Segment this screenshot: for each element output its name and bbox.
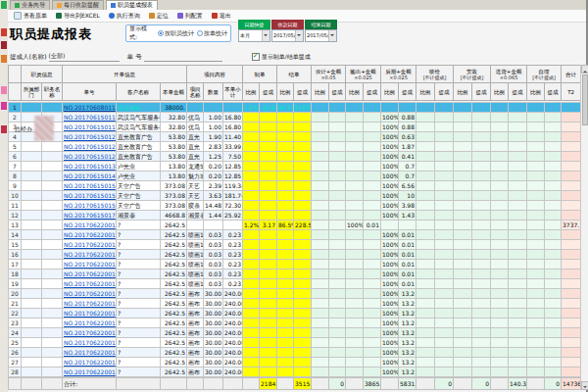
table-row[interactable]: 15NO.20170622001?2642.5喷画10.030.23100%0.… — [9, 240, 581, 250]
table-row[interactable]: 24NO.20170622001?2642.5画布30.00240.00100%… — [9, 328, 581, 338]
order-number-link[interactable]: NO.20170615011 — [63, 122, 117, 132]
tab-staff-commission-report[interactable]: 职员提成报表 — [106, 0, 158, 10]
table-row[interactable]: 6NO.20170615012直光教育广告53.80直光1.257.50100%… — [9, 152, 581, 162]
column-header-6[interactable]: 数量 — [204, 83, 223, 101]
tab-business-guide[interactable]: 业务向导 — [10, 0, 50, 10]
locate-button[interactable]: 定位 — [146, 10, 172, 23]
order-number-link[interactable]: NO.20170622001 — [63, 289, 117, 299]
order-number-link[interactable]: NO.20170615015 — [63, 191, 117, 201]
column-header-26[interactable]: T2 — [562, 83, 581, 101]
table-row[interactable]: 3NO.20170615011武汉马气车服务有32.80优马1.0016.801… — [9, 122, 581, 132]
view-source-order-button[interactable]: 查看原单 — [11, 10, 50, 23]
order-number-link[interactable]: NO.20170622001 — [63, 338, 117, 348]
order-number-link[interactable]: NO.20170622001 — [63, 358, 117, 368]
column-header-5[interactable]: 项目名称 — [187, 83, 204, 101]
order-number-link[interactable]: NO.20170622001 — [63, 328, 117, 338]
order-number-link[interactable]: NO.20170615013 — [63, 162, 117, 172]
date-quick-select[interactable]: 本月 — [238, 29, 270, 42]
table-row[interactable]: 11NO.20170615015天空广告373.08胶条14.4872.3010… — [9, 201, 581, 211]
column-header-9[interactable]: 提成 — [260, 83, 277, 101]
order-number-link[interactable]: NO.20170622001 — [63, 270, 117, 279]
vertical-scrollbar[interactable] — [580, 65, 588, 390]
column-config-button[interactable]: 列配置 — [174, 10, 206, 23]
column-header-19[interactable]: 提成 — [435, 83, 454, 101]
radio-by-staff[interactable]: 按职员统计 — [158, 29, 194, 38]
column-header-0[interactable]: 所属部门 — [22, 83, 42, 101]
table-row[interactable]: 13NO.20170622001?2642.51.2‰3.1786.5‰228.… — [9, 220, 581, 230]
sidebar-crimson-icon[interactable] — [1, 125, 7, 133]
table-row[interactable]: 27NO.20170622001?2642.5画布30.00240.00100%… — [9, 358, 581, 368]
column-header-10[interactable]: 比例 — [277, 83, 294, 101]
order-number-link[interactable]: NO.20170622001 — [63, 348, 117, 358]
order-number-link[interactable]: NO.20170622001 — [63, 240, 117, 250]
table-row[interactable]: 2NO.20170615011武汉马气车服务有32.80优马1.0016.801… — [9, 113, 581, 122]
order-number-link[interactable]: NO.20170615017 — [63, 211, 117, 220]
order-number-link[interactable]: NO.20170615012 — [63, 152, 117, 162]
column-header-1[interactable]: 职务名称 — [42, 83, 63, 101]
date-from-select[interactable]: 2017/05/01 — [271, 29, 304, 42]
date-to-select[interactable]: 2017/05/27 — [305, 29, 337, 42]
column-header-3[interactable]: 客户名称 — [117, 83, 161, 101]
sidebar-maroon-icon[interactable] — [1, 41, 7, 49]
order-number-link[interactable]: NO.20170622001 — [63, 309, 117, 318]
table-row[interactable]: 9NO.20170615015天空广告373.08天艺2.39119.34100… — [9, 181, 581, 191]
export-excel-button[interactable]: 导出到EXCEL — [53, 10, 103, 23]
column-header-24[interactable]: 比例 — [527, 83, 545, 101]
order-number-link[interactable]: NO.20170622001 — [63, 318, 117, 328]
table-row[interactable]: 12NO.20170615017湘景泰4668.8湘景泰1.4425.92100… — [9, 211, 581, 220]
column-header-22[interactable]: 比例 — [491, 83, 509, 101]
column-header-20[interactable]: 比例 — [454, 83, 472, 101]
table-row[interactable]: 17NO.20170622001?2642.5喷画10.030.23100%0.… — [9, 260, 581, 270]
table-row[interactable]: 19NO.20170622001?2642.5喷画10.030.23100%0.… — [9, 279, 581, 289]
table-row[interactable]: 28NO.20170622001?2642.5画布30.00240.00100%… — [9, 368, 581, 377]
order-number-link[interactable]: NO.20170622001 — [63, 260, 117, 270]
sidebar-orange-icon[interactable] — [1, 55, 7, 63]
table-row[interactable]: 14NO.20170622001?2642.5喷画10.030.23100%0.… — [9, 230, 581, 240]
person-filter-input[interactable]: (全部) — [49, 52, 120, 62]
table-row[interactable]: 20NO.20170622001?2642.5画布30.00240.00100%… — [9, 289, 581, 299]
table-row[interactable]: 10NO.20170615015天空广告373.08天艺3.63181.7410… — [9, 191, 581, 201]
column-header-25[interactable]: 提成 — [545, 83, 562, 101]
table-row[interactable]: 18NO.20170622001?2642.5喷画10.030.23100%0.… — [9, 270, 581, 279]
order-number-link[interactable]: NO.20170622001 — [63, 279, 117, 289]
order-number-link[interactable]: NO.20170615012 — [63, 142, 117, 152]
order-number-link[interactable]: NO.20170615014 — [63, 172, 117, 181]
order-filter-input[interactable] — [144, 52, 222, 62]
table-row[interactable]: 25NO.20170622001?2642.5画布30.00240.00100%… — [9, 338, 581, 348]
table-row[interactable]: 5NO.20170615012直光教育广告53.80直光2.8333.99100… — [9, 142, 581, 152]
column-header-7[interactable]: 本单小计 — [223, 83, 243, 101]
radio-by-order[interactable]: 按单统计 — [197, 29, 227, 38]
scrollbar-thumb[interactable] — [582, 74, 588, 125]
order-number-link[interactable]: NO.20170622001 — [63, 220, 117, 230]
column-header-4[interactable]: 本单金额 — [161, 83, 187, 101]
exit-button[interactable]: 退出 — [209, 10, 234, 23]
sidebar-green-icon[interactable] — [1, 1, 7, 9]
order-number-link[interactable]: NO.20170615011 — [63, 113, 117, 122]
order-number-link[interactable]: NO.20170622001 — [63, 368, 117, 377]
table-row[interactable]: 22NO.20170622001?2642.5画布30.00240.00100%… — [9, 309, 581, 318]
tab-daily-collection-reminder[interactable]: 每日收款提醒 — [52, 0, 104, 10]
sidebar-magenta-icon[interactable] — [1, 102, 7, 110]
run-query-button[interactable]: 执行查询 — [106, 10, 143, 23]
table-row[interactable]: 8NO.20170615014卢光业13.80魅力城0.2012.85100%0… — [9, 172, 581, 181]
column-header-2[interactable]: 单号 — [63, 83, 117, 101]
table-row[interactable]: 1NO.20170608011综合项目38000.1.2‰45.686.5‰32… — [9, 103, 581, 113]
column-header-18[interactable]: 比例 — [416, 83, 435, 101]
table-row[interactable]: 4NO.20170615012直光教育广告53.80直光1.9011.40100… — [9, 132, 581, 142]
table-row[interactable]: 23NO.20170622001?2642.5画布30.00240.00100%… — [9, 318, 581, 328]
column-header-16[interactable]: 比例 — [381, 83, 399, 101]
column-header-11[interactable]: 提成 — [294, 83, 312, 101]
column-header-21[interactable]: 提成 — [472, 83, 491, 101]
column-header-17[interactable]: 提成 — [399, 83, 416, 101]
scroll-down-arrow-icon[interactable] — [581, 381, 588, 390]
table-row[interactable]: 7NO.20170615013卢光业13.80龙通500X500.2012.85… — [9, 162, 581, 172]
table-row[interactable]: 21NO.20170622001?2642.5画布30.00240.00100%… — [9, 299, 581, 309]
order-number-link[interactable]: NO.20170615015 — [63, 201, 117, 211]
order-number-link[interactable]: NO.20170608011 — [63, 103, 117, 113]
column-header-15[interactable]: 提成 — [364, 83, 381, 101]
table-row[interactable]: 16NO.20170622001?2642.5喷画10.030.23100%0.… — [9, 250, 581, 260]
order-number-link[interactable]: NO.20170622001 — [63, 230, 117, 240]
order-number-link[interactable]: NO.20170615015 — [63, 181, 117, 191]
sidebar-pink-icon[interactable] — [1, 86, 7, 94]
order-number-link[interactable]: NO.20170615012 — [63, 132, 117, 142]
